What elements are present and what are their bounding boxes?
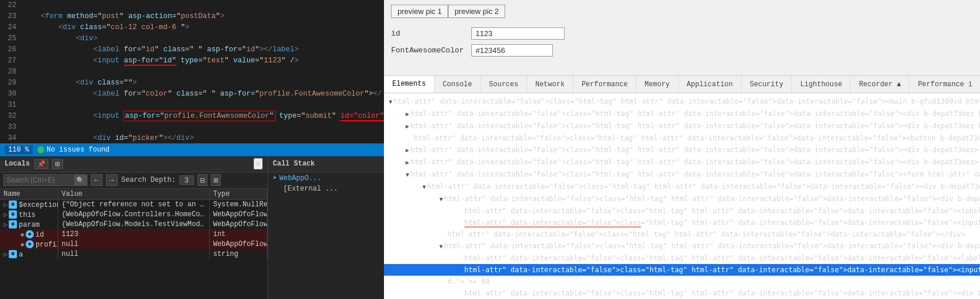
tab-sources[interactable]: Sources — [481, 76, 527, 93]
object-icon: ⊕ — [9, 210, 17, 219]
table-row[interactable]: ◆◆profile null WebAppOfoFlow.... — [0, 240, 267, 249]
name-column-header: Name — [0, 189, 58, 200]
name-cell: ◆◆id — [0, 230, 58, 240]
no-issues-icon — [37, 146, 44, 153]
float-button[interactable]: ⊞ — [52, 159, 63, 169]
elements-tree: ▼html-attr" data-interactable="false">cl… — [384, 93, 980, 299]
id-input[interactable] — [471, 27, 565, 40]
code-line: 23 <form method="post" asp-action="postD… — [0, 11, 384, 22]
search-depth-input[interactable] — [179, 175, 194, 185]
value-cell: {"Object reference not set to an instanc… — [58, 199, 209, 210]
devtools-panel: ElementsConsoleSourcesNetworkPerformance… — [384, 76, 980, 299]
code-line: 31 — [0, 100, 384, 111]
tree-line[interactable]: ▼html-attr" data-interactable="false">cl… — [384, 168, 980, 181]
tab-memory[interactable]: Memory — [636, 76, 678, 93]
value-column-header: Value — [58, 189, 209, 200]
tab-console[interactable]: Console — [435, 76, 481, 93]
locals-table: Name Value Type ▷⊕$exception {"Object re… — [0, 189, 267, 259]
search-button[interactable]: 🔍 — [74, 174, 87, 186]
table-row[interactable]: ▷⊕this {WebAppOfoFlow.Controllers.HomeCo… — [0, 210, 267, 220]
status-bar: 110 % No issues found — [0, 143, 384, 156]
value-cell: null — [58, 249, 209, 259]
tree-line[interactable]: ▶html-attr" data-interactable="false">cl… — [384, 120, 980, 132]
tab-recorder-▲[interactable]: Recorder ▲ — [851, 76, 910, 93]
nav-forward-button[interactable]: → — [106, 174, 118, 186]
table-row[interactable]: ▷⊕a null string — [0, 249, 267, 259]
tab-security[interactable]: Security — [742, 76, 792, 93]
tab-performance-i[interactable]: Performance i — [910, 76, 980, 93]
table-row[interactable]: ▷⊕param {WebAppOfoFlow.Models.TestViewMo… — [0, 220, 267, 230]
tree-line[interactable]: ▼html-attr" data-interactable="false">cl… — [384, 181, 980, 193]
tree-line[interactable]: ▶html-attr" data-interactable="false">cl… — [384, 144, 980, 156]
value-cell: 1123 — [58, 230, 209, 240]
tab-network[interactable]: Network — [527, 76, 573, 93]
code-line: 22 — [0, 0, 384, 11]
collapse-all-button[interactable]: ⊟ — [198, 174, 207, 186]
name-cell: ▷⊕this — [0, 210, 58, 220]
code-line: 34 <div id="picker"></div> — [0, 133, 384, 143]
expand-all-button[interactable]: ⊞ — [211, 174, 221, 186]
type-cell: WebAppOfoFlow.... — [209, 220, 267, 230]
value-cell: null — [58, 240, 209, 249]
preview-area: preview pic 1 preview pic 2 id FontAweso… — [384, 0, 980, 76]
locals-search-input[interactable] — [4, 176, 74, 184]
type-cell: int — [209, 230, 267, 240]
preview-pic-1-button[interactable]: preview pic 1 — [391, 5, 448, 18]
callstack-row[interactable]: ➤WebAppO... — [268, 173, 384, 184]
property-icon: ◆ — [26, 240, 34, 248]
tree-line[interactable]: ▶html-attr" data-interactable="false">cl… — [384, 108, 980, 120]
tree-line[interactable]: html-attr" data-interactable="false">cla… — [384, 264, 980, 276]
type-cell: WebAppOfoFlow.... — [209, 210, 267, 220]
nav-back-button[interactable]: ← — [91, 174, 103, 186]
callstack-row[interactable]: [External ... — [268, 184, 384, 194]
callstack-title: Call Stack — [273, 160, 315, 168]
tree-line[interactable]: ▼html-attr" data-interactable="false">cl… — [384, 240, 980, 252]
tab-elements[interactable]: Elements — [384, 76, 435, 93]
devtools-tabs: ElementsConsoleSourcesNetworkPerformance… — [384, 76, 980, 93]
close-locals-button[interactable]: ✕ — [253, 158, 263, 170]
code-line: 25 <div> — [0, 33, 384, 44]
no-issues-text: No issues found — [47, 146, 110, 154]
color-label: FontAwesomeColor — [391, 46, 467, 55]
color-input[interactable] — [471, 44, 553, 57]
id-label: id — [391, 29, 467, 38]
tree-line[interactable]: html-attr" data-interactable="false">cla… — [384, 132, 980, 144]
tree-line[interactable]: html-attr" data-interactable="false">cla… — [384, 205, 980, 217]
locals-title: Locals — [5, 160, 30, 168]
tree-line[interactable]: html-attr" data-interactable="false">cla… — [384, 217, 980, 228]
tree-line[interactable]: ▼html-attr" data-interactable="false">cl… — [384, 193, 980, 205]
tab-application[interactable]: Application — [679, 76, 742, 93]
tree-line[interactable]: html-attr" data-interactable="false">cla… — [384, 252, 980, 264]
color-form-row: FontAwesomeColor — [391, 44, 980, 57]
property-icon: ◆ — [26, 230, 34, 238]
tree-line[interactable]: html-attr" data-interactable="false">cla… — [384, 287, 980, 299]
type-cell: WebAppOfoFlow.... — [209, 240, 267, 249]
object-icon: ⊕ — [9, 200, 17, 209]
code-line: 32 <input asp-for="profile.FontAwesomeCo… — [0, 111, 384, 122]
object-icon: ⊕ — [9, 220, 17, 228]
pin-button[interactable]: 📌 — [34, 159, 48, 169]
locals-toolbar: 🔍 ← → Search Depth: ⊟ ⊞ — [0, 173, 267, 189]
preview-pic-2-button[interactable]: preview pic 2 — [448, 5, 505, 18]
code-line: 24 <div class="col-12 col-md-6 "> — [0, 22, 384, 33]
tree-line[interactable]: html-attr" data-interactable="false">cla… — [384, 228, 980, 240]
object-icon: ⊕ — [9, 250, 17, 258]
id-form-row: id — [391, 27, 980, 40]
value-cell: {WebAppOfoFlow.Models.TestViewModel} — [58, 220, 209, 230]
name-cell: ▷⊕param — [0, 220, 58, 230]
tree-line[interactable]: ▶html-attr" data-interactable="false">cl… — [384, 156, 980, 168]
preview-buttons: preview pic 1 preview pic 2 — [391, 5, 980, 18]
tab-performance[interactable]: Performance — [573, 76, 636, 93]
tree-line[interactable]: d."> >= $0 — [384, 276, 980, 287]
tree-line[interactable]: ▼html-attr" data-interactable="false">cl… — [384, 96, 980, 108]
name-cell: ▷⊕a — [0, 249, 58, 259]
code-line: 28 — [0, 66, 384, 78]
table-row[interactable]: ▷⊕$exception {"Object reference not set … — [0, 199, 267, 210]
code-line: 27 <input asp-for="id" type="text" value… — [0, 55, 384, 66]
call-stack-panel: Call Stack ➤WebAppO...[External ... — [267, 156, 384, 300]
name-cell: ◆◆profile — [0, 240, 58, 249]
type-cell: System.NullRefer... — [209, 199, 267, 210]
tab-lighthouse[interactable]: Lighthouse — [792, 76, 851, 93]
table-row[interactable]: ◆◆id 1123 int — [0, 230, 267, 240]
type-cell: string — [209, 249, 267, 259]
